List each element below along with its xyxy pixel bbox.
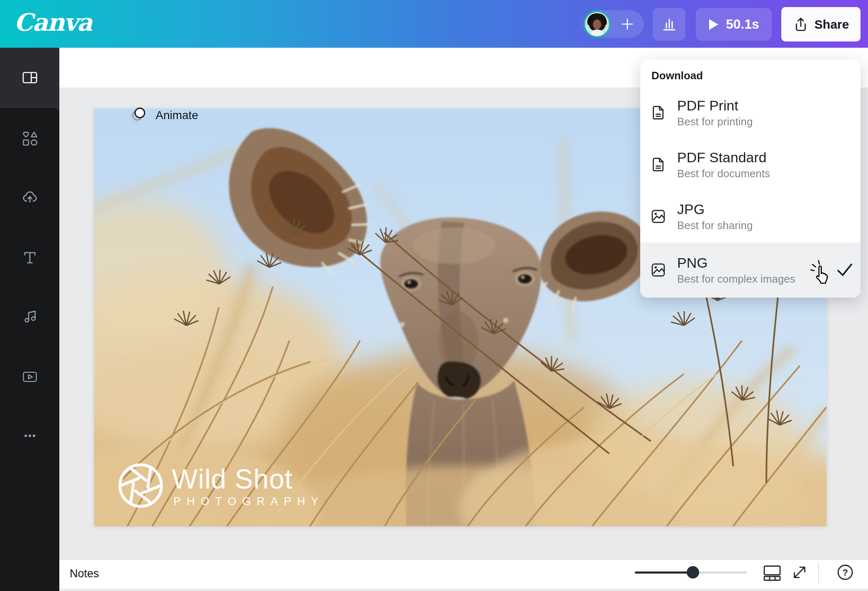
- object-panel-sidebar: [0, 48, 59, 591]
- bottom-bar: Notes ?: [59, 559, 868, 589]
- zoom-slider-fill: [635, 571, 693, 574]
- menu-item-subtitle: Best for sharing: [677, 219, 753, 232]
- canva-editor: Wild Shot PHOTOGRAPHY Animate: [0, 0, 868, 591]
- help-icon: ?: [836, 563, 854, 581]
- play-icon: [708, 18, 719, 31]
- image-icon: [651, 209, 666, 224]
- avatar[interactable]: [583, 10, 611, 38]
- divider: [818, 562, 819, 584]
- sidebar-item-design[interactable]: [0, 58, 59, 98]
- image-icon: [651, 262, 666, 278]
- share-button[interactable]: Share: [781, 7, 861, 42]
- video-icon: [22, 369, 38, 385]
- text-icon: [22, 249, 38, 266]
- zoom-slider[interactable]: [635, 571, 747, 574]
- zoom-slider-thumb[interactable]: [687, 566, 699, 579]
- animate-icon: [128, 106, 146, 125]
- bar-chart-icon: [661, 16, 678, 33]
- cursor-pointer-icon: [809, 260, 830, 286]
- uploads-icon: [21, 188, 39, 205]
- audio-icon: [22, 308, 38, 324]
- fullscreen-button[interactable]: [790, 563, 809, 581]
- add-member-icon[interactable]: [621, 17, 634, 31]
- notes-button[interactable]: Notes: [70, 567, 99, 580]
- design-panel-icon: [22, 69, 38, 86]
- menu-item-title: JPG: [677, 201, 753, 217]
- menu-item-subtitle: Best for printing: [677, 115, 753, 128]
- menu-item-subtitle: Best for documents: [677, 167, 770, 180]
- duration-label: 50.1s: [726, 17, 759, 32]
- document-icon: [651, 105, 666, 120]
- elements-icon: [22, 130, 38, 147]
- app-header: Canva 50.1s: [0, 0, 868, 48]
- expand-icon: [791, 564, 808, 581]
- menu-item-jpg[interactable]: JPG Best for sharing: [640, 190, 861, 242]
- grid-view-icon: [763, 563, 781, 581]
- sidebar-item-uploads[interactable]: [0, 177, 59, 217]
- sidebar-item-audio[interactable]: [0, 296, 59, 336]
- animate-label: Animate: [156, 109, 198, 122]
- check-icon: [836, 262, 853, 278]
- sidebar-item-elements[interactable]: [0, 119, 59, 159]
- share-label: Share: [814, 17, 849, 32]
- download-menu: Download PDF Print Best for printing PDF…: [640, 59, 861, 298]
- grid-view-button[interactable]: [763, 563, 781, 581]
- animate-button[interactable]: Animate: [124, 102, 202, 129]
- help-glyph: ?: [842, 567, 848, 578]
- watermark-subtitle: PHOTOGRAPHY: [173, 495, 324, 508]
- menu-item-title: PNG: [677, 255, 795, 271]
- window-edge-strip: [59, 589, 868, 591]
- share-upload-icon: [793, 17, 809, 32]
- watermark-title: Wild Shot: [172, 464, 293, 494]
- sidebar-item-videos[interactable]: [0, 357, 59, 397]
- insights-button[interactable]: [653, 8, 685, 41]
- sidebar-item-text[interactable]: [0, 238, 59, 278]
- sidebar-item-more[interactable]: [0, 416, 59, 456]
- document-icon: [651, 157, 666, 172]
- menu-item-png[interactable]: PNG Best for complex images: [640, 242, 861, 298]
- more-icon: [22, 427, 38, 444]
- menu-item-subtitle: Best for complex images: [677, 273, 795, 285]
- menu-item-title: PDF Print: [677, 98, 753, 113]
- menu-item-title: PDF Standard: [677, 149, 770, 165]
- present-button[interactable]: 50.1s: [696, 8, 772, 41]
- menu-item-pdf-standard[interactable]: PDF Standard Best for documents: [640, 139, 861, 190]
- menu-item-pdf-print[interactable]: PDF Print Best for printing: [640, 87, 861, 139]
- download-menu-title: Download: [640, 59, 861, 87]
- help-button[interactable]: ?: [836, 563, 854, 581]
- canva-logo: Canva: [14, 9, 92, 36]
